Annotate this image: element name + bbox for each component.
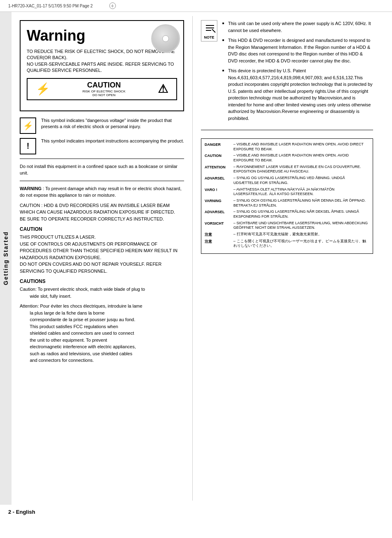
lightning-icon: ⚡	[36, 82, 50, 96]
laser-row-label: DANGER	[205, 142, 233, 147]
symbol2-text: This symbol indicates important instruct…	[41, 138, 184, 144]
main-content: Getting Started Warning TO REDUCE THE RI…	[0, 12, 392, 505]
laser-row-label: ADVARSEL	[205, 176, 233, 181]
warning-bold: WARNING	[20, 186, 42, 191]
caution-hdd-text: CAUTION : HDD & DVD RECORDERS USE AN INV…	[20, 202, 184, 223]
laser-row-desc: – SYNLIG OG USYNLIG LASERSTRÅLING VED ÅB…	[233, 176, 369, 185]
laser-row-desc: – SYNLIG OCH OSYNLIG LASERSTRÅLNING NÄR …	[233, 198, 369, 208]
note-icon	[204, 22, 216, 34]
header-file-info: 1-HR720-XAC_01-17 5/17/05 9:50 PM Page 2	[8, 4, 93, 8]
caution-sub-text: RISK OF ELECTRIC SHOCKDO NOT OPEN	[83, 90, 125, 97]
laser-table: DANGER– VISIBLE AND INVISIBLE LASER RADI…	[201, 138, 373, 254]
laser-row: ATTENTION– RAYONNEMENT LASER VISIBLE ET …	[205, 165, 369, 174]
laser-row-label: 注意	[205, 232, 233, 237]
laser-row: ADVARSEL– SYNLIG OG USYNLIG LASERSTRÅLIN…	[205, 176, 369, 185]
note-item-1: This unit can be used only where the pow…	[222, 20, 373, 34]
disc-center	[162, 35, 169, 42]
divider-2	[20, 181, 184, 181]
laser-row-desc: – VISIBLE AND INVISIBLE LASER RADIATION …	[233, 142, 369, 152]
laser-row-label: ADVARSEL	[205, 209, 233, 215]
laser-row-desc: – SYNLIG OG USYNLIG LASERSTRÅLING NÅR DE…	[233, 209, 369, 219]
laser-row: VORSICHT– SICHTBARE UND UNSICHTBARE LASE…	[205, 221, 369, 230]
svg-line-3	[212, 29, 215, 32]
right-column: NOTE This unit can be used only where th…	[192, 16, 381, 501]
left-sidebar: Getting Started	[0, 12, 12, 505]
laser-row: 注意– 打开时有可见及不可见激光辐射，避免激光束照射。	[205, 232, 369, 237]
caution-laser-text: THIS PRODUCT UTILIZES A LASER. USE OF CO…	[20, 234, 184, 274]
laser-row-desc: – VISIBLE AND INVISIBLE LASER RADIATION …	[233, 153, 369, 163]
caution-banner: ⚡ CAUTION RISK OF ELECTRIC SHOCKDO NOT O…	[27, 78, 177, 100]
laser-row-label: CAUTION	[205, 153, 233, 159]
crosshair-icon	[109, 2, 116, 9]
confined-space-text: Do not install this equipment in a confi…	[20, 163, 184, 177]
left-column: Warning TO REDUCE THE RISK OF ELECTRIC S…	[12, 16, 192, 501]
exclamation-symbol-icon: !	[20, 138, 36, 154]
laser-row-desc: – 打开时有可见及不可见激光辐射，避免激光束照射。	[233, 232, 369, 237]
note-label: NOTE	[204, 35, 214, 39]
warning-moisture-text: WARNING : To prevent damage which may re…	[20, 185, 184, 199]
page-header: 1-HR720-XAC_01-17 5/17/05 9:50 PM Page 2	[0, 0, 392, 12]
laser-row: ADVARSEL– SYNLIG OG USYNLIG LASERSTRÅLIN…	[205, 209, 369, 219]
symbol-row-1: ⚡ This symbol indicates "dangerous volta…	[20, 117, 184, 134]
note-bullets: This unit can be used only where the pow…	[222, 20, 373, 125]
laser-row-label: VORSICHT	[205, 221, 233, 226]
page-footer: 2 - English	[0, 505, 392, 519]
laser-row: DANGER– VISIBLE AND INVISIBLE LASER RADI…	[205, 142, 369, 152]
page-label: 2 - English	[8, 509, 35, 515]
caution-heading: CAUTION	[20, 226, 184, 232]
note-icon-box: NOTE	[201, 20, 217, 41]
caution-electric-text: Caution: To prevent electric shock, matc…	[20, 286, 184, 299]
disc-icon	[151, 24, 180, 53]
note-item-3: This device is protected by U.S. Patent …	[222, 67, 373, 122]
laser-row-desc: – AVATTAESSA OLET ALTTIINA NÄKYVÄÄ JA NÄ…	[233, 187, 369, 197]
laser-row-label: 注意	[205, 239, 233, 244]
laser-table-inner: DANGER– VISIBLE AND INVISIBLE LASER RADI…	[201, 139, 373, 253]
laser-row: CAUTION– VISIBLE AND INVISIBLE LASER RAD…	[205, 153, 369, 163]
symbol-row-2: ! This symbol indicates important instru…	[20, 138, 184, 154]
caution-center: CAUTION RISK OF ELECTRIC SHOCKDO NOT OPE…	[83, 81, 125, 97]
laser-row: 注意– ここを開くと可視及び不可視のレーザー光が出ます。ビームを直接見たり、触れ…	[205, 239, 369, 248]
divider-1	[20, 159, 184, 159]
note-area: NOTE This unit can be used only where th…	[201, 20, 373, 125]
cautions-heading: CAUTIONS	[20, 278, 184, 284]
exclamation-icon: ⚠	[158, 82, 168, 96]
content-area: Warning TO REDUCE THE RISK OF ELECTRIC S…	[12, 12, 392, 505]
right-divider	[201, 130, 373, 130]
laser-row-label: ATTENTION	[205, 165, 233, 170]
attention-french-text: Attention: Pour éviter les chocs électri…	[20, 303, 184, 364]
caution-label: CAUTION	[83, 81, 125, 90]
laser-row: VARO !– AVATTAESSA OLET ALTTIINA NÄKYVÄÄ…	[205, 187, 369, 197]
lightning-symbol-icon: ⚡	[20, 117, 36, 134]
note-list: This unit can be used only where the pow…	[222, 20, 373, 122]
symbol1-text: This symbol indicates "dangerous voltage…	[41, 117, 184, 130]
laser-row: VARNING– SYNLIG OCH OSYNLIG LASERSTRÅLNI…	[205, 198, 369, 208]
laser-row-label: VARO !	[205, 187, 233, 193]
warning-box: Warning TO REDUCE THE RISK OF ELECTRIC S…	[20, 20, 184, 111]
laser-row-label: VARNING	[205, 198, 233, 204]
warning-body-text: TO REDUCE THE RISK OF ELECTRIC SHOCK, DO…	[27, 48, 177, 74]
note-item-2: This HDD & DVD recorder is designed and …	[222, 37, 373, 64]
laser-row-desc: – SICHTBARE UND UNSICHTBARE LASERSTRAHLU…	[233, 221, 369, 230]
laser-row-desc: – RAYONNEMENT LASER VISIBLE ET INVISIBLE…	[233, 165, 369, 174]
sidebar-label: Getting Started	[2, 231, 9, 285]
laser-row-desc: – ここを開くと可視及び不可視のレーザー光が出ます。ビームを直接見たり、触れりし…	[233, 239, 369, 248]
